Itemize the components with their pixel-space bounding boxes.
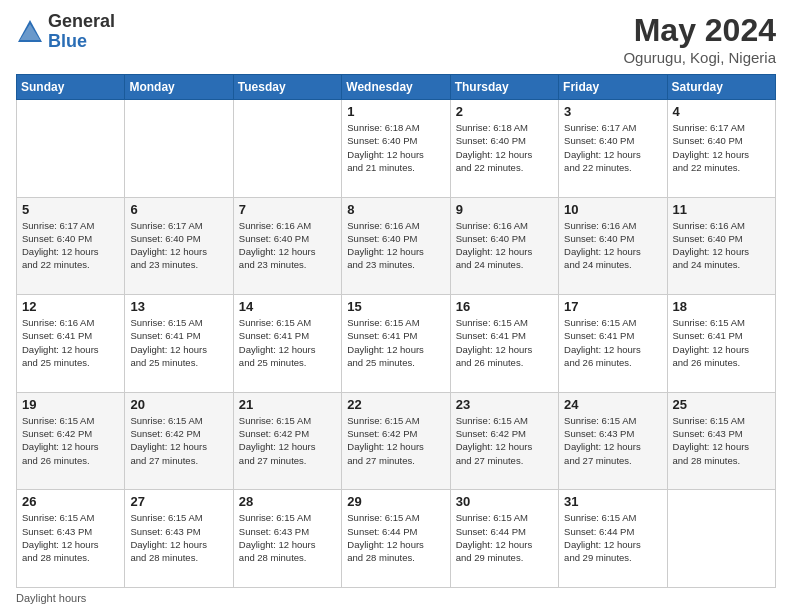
calendar-cell: 24Sunrise: 6:15 AM Sunset: 6:43 PM Dayli… <box>559 392 667 490</box>
week-row-4: 26Sunrise: 6:15 AM Sunset: 6:43 PM Dayli… <box>17 490 776 588</box>
day-info: Sunrise: 6:15 AM Sunset: 6:44 PM Dayligh… <box>456 511 553 564</box>
day-number: 17 <box>564 299 661 314</box>
calendar-cell <box>233 100 341 198</box>
calendar-cell: 20Sunrise: 6:15 AM Sunset: 6:42 PM Dayli… <box>125 392 233 490</box>
calendar-cell: 28Sunrise: 6:15 AM Sunset: 6:43 PM Dayli… <box>233 490 341 588</box>
logo-text: General Blue <box>48 12 115 52</box>
day-info: Sunrise: 6:16 AM Sunset: 6:40 PM Dayligh… <box>347 219 444 272</box>
day-number: 30 <box>456 494 553 509</box>
calendar-header: SundayMondayTuesdayWednesdayThursdayFrid… <box>17 75 776 100</box>
calendar-cell: 31Sunrise: 6:15 AM Sunset: 6:44 PM Dayli… <box>559 490 667 588</box>
calendar-cell: 3Sunrise: 6:17 AM Sunset: 6:40 PM Daylig… <box>559 100 667 198</box>
calendar-cell: 26Sunrise: 6:15 AM Sunset: 6:43 PM Dayli… <box>17 490 125 588</box>
calendar-cell: 1Sunrise: 6:18 AM Sunset: 6:40 PM Daylig… <box>342 100 450 198</box>
calendar-cell: 10Sunrise: 6:16 AM Sunset: 6:40 PM Dayli… <box>559 197 667 295</box>
calendar-cell: 30Sunrise: 6:15 AM Sunset: 6:44 PM Dayli… <box>450 490 558 588</box>
calendar-cell: 23Sunrise: 6:15 AM Sunset: 6:42 PM Dayli… <box>450 392 558 490</box>
day-number: 22 <box>347 397 444 412</box>
day-number: 25 <box>673 397 770 412</box>
day-number: 16 <box>456 299 553 314</box>
day-info: Sunrise: 6:17 AM Sunset: 6:40 PM Dayligh… <box>22 219 119 272</box>
day-info: Sunrise: 6:15 AM Sunset: 6:41 PM Dayligh… <box>673 316 770 369</box>
header: General Blue May 2024 Ogurugu, Kogi, Nig… <box>16 12 776 66</box>
day-info: Sunrise: 6:18 AM Sunset: 6:40 PM Dayligh… <box>456 121 553 174</box>
calendar-cell: 13Sunrise: 6:15 AM Sunset: 6:41 PM Dayli… <box>125 295 233 393</box>
header-row: SundayMondayTuesdayWednesdayThursdayFrid… <box>17 75 776 100</box>
day-info: Sunrise: 6:15 AM Sunset: 6:43 PM Dayligh… <box>130 511 227 564</box>
day-number: 29 <box>347 494 444 509</box>
day-number: 11 <box>673 202 770 217</box>
header-day-thursday: Thursday <box>450 75 558 100</box>
day-number: 5 <box>22 202 119 217</box>
calendar-cell: 21Sunrise: 6:15 AM Sunset: 6:42 PM Dayli… <box>233 392 341 490</box>
day-info: Sunrise: 6:15 AM Sunset: 6:41 PM Dayligh… <box>347 316 444 369</box>
calendar-cell: 12Sunrise: 6:16 AM Sunset: 6:41 PM Dayli… <box>17 295 125 393</box>
calendar-cell <box>125 100 233 198</box>
footer-text: Daylight hours <box>16 592 86 604</box>
calendar-cell: 4Sunrise: 6:17 AM Sunset: 6:40 PM Daylig… <box>667 100 775 198</box>
calendar-cell: 14Sunrise: 6:15 AM Sunset: 6:41 PM Dayli… <box>233 295 341 393</box>
day-info: Sunrise: 6:15 AM Sunset: 6:41 PM Dayligh… <box>130 316 227 369</box>
day-number: 1 <box>347 104 444 119</box>
calendar-cell: 15Sunrise: 6:15 AM Sunset: 6:41 PM Dayli… <box>342 295 450 393</box>
calendar-cell: 11Sunrise: 6:16 AM Sunset: 6:40 PM Dayli… <box>667 197 775 295</box>
day-info: Sunrise: 6:17 AM Sunset: 6:40 PM Dayligh… <box>564 121 661 174</box>
header-day-tuesday: Tuesday <box>233 75 341 100</box>
calendar-cell <box>17 100 125 198</box>
day-number: 24 <box>564 397 661 412</box>
week-row-3: 19Sunrise: 6:15 AM Sunset: 6:42 PM Dayli… <box>17 392 776 490</box>
page: General Blue May 2024 Ogurugu, Kogi, Nig… <box>0 0 792 612</box>
day-info: Sunrise: 6:15 AM Sunset: 6:43 PM Dayligh… <box>239 511 336 564</box>
day-number: 4 <box>673 104 770 119</box>
logo-general: General <box>48 12 115 32</box>
day-info: Sunrise: 6:15 AM Sunset: 6:44 PM Dayligh… <box>347 511 444 564</box>
day-info: Sunrise: 6:15 AM Sunset: 6:41 PM Dayligh… <box>239 316 336 369</box>
day-number: 2 <box>456 104 553 119</box>
header-day-monday: Monday <box>125 75 233 100</box>
day-number: 10 <box>564 202 661 217</box>
logo: General Blue <box>16 12 115 52</box>
day-info: Sunrise: 6:15 AM Sunset: 6:41 PM Dayligh… <box>564 316 661 369</box>
day-info: Sunrise: 6:15 AM Sunset: 6:43 PM Dayligh… <box>673 414 770 467</box>
logo-blue: Blue <box>48 32 115 52</box>
day-number: 20 <box>130 397 227 412</box>
day-info: Sunrise: 6:17 AM Sunset: 6:40 PM Dayligh… <box>673 121 770 174</box>
day-number: 3 <box>564 104 661 119</box>
day-number: 8 <box>347 202 444 217</box>
calendar-cell: 17Sunrise: 6:15 AM Sunset: 6:41 PM Dayli… <box>559 295 667 393</box>
day-number: 12 <box>22 299 119 314</box>
day-number: 28 <box>239 494 336 509</box>
day-number: 13 <box>130 299 227 314</box>
main-title: May 2024 <box>623 12 776 49</box>
day-info: Sunrise: 6:16 AM Sunset: 6:40 PM Dayligh… <box>564 219 661 272</box>
calendar-cell: 7Sunrise: 6:16 AM Sunset: 6:40 PM Daylig… <box>233 197 341 295</box>
header-day-friday: Friday <box>559 75 667 100</box>
day-info: Sunrise: 6:16 AM Sunset: 6:40 PM Dayligh… <box>456 219 553 272</box>
day-number: 27 <box>130 494 227 509</box>
day-number: 26 <box>22 494 119 509</box>
day-number: 14 <box>239 299 336 314</box>
day-info: Sunrise: 6:16 AM Sunset: 6:40 PM Dayligh… <box>673 219 770 272</box>
day-number: 7 <box>239 202 336 217</box>
calendar-cell: 29Sunrise: 6:15 AM Sunset: 6:44 PM Dayli… <box>342 490 450 588</box>
day-info: Sunrise: 6:15 AM Sunset: 6:43 PM Dayligh… <box>564 414 661 467</box>
header-day-sunday: Sunday <box>17 75 125 100</box>
calendar-body: 1Sunrise: 6:18 AM Sunset: 6:40 PM Daylig… <box>17 100 776 588</box>
subtitle: Ogurugu, Kogi, Nigeria <box>623 49 776 66</box>
day-number: 19 <box>22 397 119 412</box>
day-number: 6 <box>130 202 227 217</box>
calendar-cell: 9Sunrise: 6:16 AM Sunset: 6:40 PM Daylig… <box>450 197 558 295</box>
title-block: May 2024 Ogurugu, Kogi, Nigeria <box>623 12 776 66</box>
day-info: Sunrise: 6:16 AM Sunset: 6:41 PM Dayligh… <box>22 316 119 369</box>
header-day-saturday: Saturday <box>667 75 775 100</box>
day-info: Sunrise: 6:15 AM Sunset: 6:44 PM Dayligh… <box>564 511 661 564</box>
day-number: 31 <box>564 494 661 509</box>
day-info: Sunrise: 6:15 AM Sunset: 6:42 PM Dayligh… <box>456 414 553 467</box>
calendar-cell: 2Sunrise: 6:18 AM Sunset: 6:40 PM Daylig… <box>450 100 558 198</box>
day-info: Sunrise: 6:15 AM Sunset: 6:42 PM Dayligh… <box>130 414 227 467</box>
calendar-cell: 27Sunrise: 6:15 AM Sunset: 6:43 PM Dayli… <box>125 490 233 588</box>
day-info: Sunrise: 6:15 AM Sunset: 6:43 PM Dayligh… <box>22 511 119 564</box>
day-info: Sunrise: 6:15 AM Sunset: 6:42 PM Dayligh… <box>347 414 444 467</box>
day-info: Sunrise: 6:15 AM Sunset: 6:42 PM Dayligh… <box>239 414 336 467</box>
day-info: Sunrise: 6:15 AM Sunset: 6:41 PM Dayligh… <box>456 316 553 369</box>
